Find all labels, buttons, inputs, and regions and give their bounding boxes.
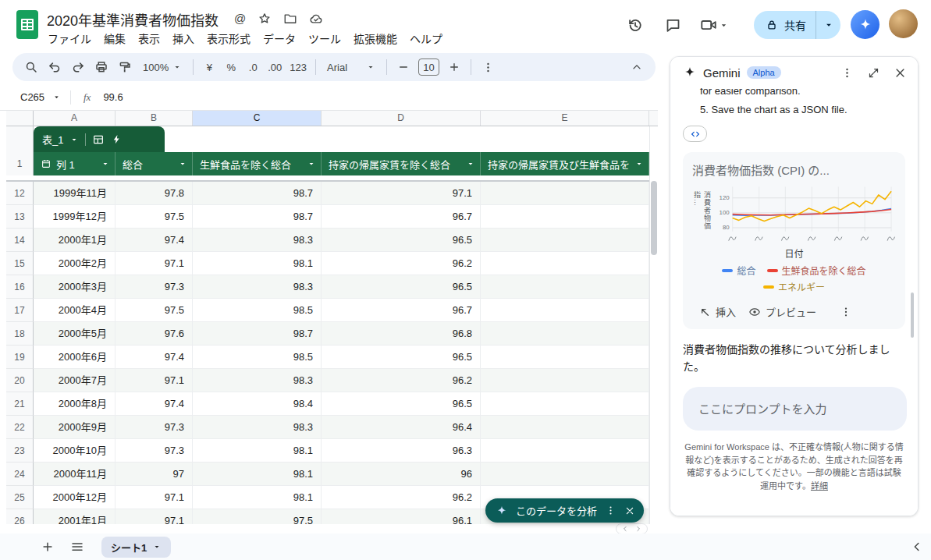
code-toggle-button[interactable] [683,126,707,142]
cell[interactable] [481,439,649,463]
font-size-input[interactable]: 10 [418,58,439,76]
cell[interactable]: 2000年11月 [34,463,115,486]
cell[interactable]: 97.1 [115,369,193,392]
row-number[interactable]: 23 [6,439,34,463]
cell[interactable]: 97.3 [115,275,193,299]
cell[interactable]: 97.1 [322,182,481,205]
menu-item[interactable]: ファイル [41,27,98,49]
sheets-logo[interactable] [16,10,38,39]
row-number[interactable]: 24 [6,463,34,486]
cell[interactable]: 96.5 [322,346,481,369]
decrease-font-size-button[interactable] [393,56,414,78]
avatar[interactable] [889,9,918,38]
cell[interactable]: 97.1 [115,252,193,275]
menu-item[interactable]: 編集 [98,27,132,49]
cell[interactable]: 97.3 [115,416,193,439]
cell[interactable]: 96.2 [322,369,481,392]
cell[interactable]: 98.5 [193,346,322,369]
panel-scrollbar[interactable] [911,292,914,338]
zoom-select[interactable]: 100% [137,56,187,78]
row-number[interactable]: 17 [6,299,34,322]
cell[interactable] [481,252,649,275]
cell[interactable]: 96.1 [322,509,481,524]
table-header-cell[interactable]: 総合 [115,152,193,175]
column-header-E[interactable]: E [481,111,649,126]
cell[interactable]: 96.4 [322,416,481,439]
menu-item[interactable]: 拡張機能 [347,27,403,49]
cell[interactable]: 98.3 [193,416,322,439]
mention-icon[interactable]: @ [234,12,246,26]
cell[interactable]: 97.4 [115,346,193,369]
cell[interactable]: 96.7 [322,205,481,229]
cell[interactable] [481,463,649,486]
menu-item[interactable]: 挿入 [166,27,201,49]
menu-item[interactable]: 表示 [132,27,166,49]
cell[interactable]: 97.1 [115,509,193,524]
cell[interactable] [481,416,649,439]
chevron-right-icon[interactable] [634,525,642,533]
row-number[interactable]: 12 [6,182,34,205]
cell[interactable]: 1999年12月 [34,205,115,229]
cell[interactable]: 98.3 [193,229,322,252]
panel-expand-button[interactable] [863,62,883,83]
preview-chart-button[interactable]: プレビュー [742,300,823,323]
row-number[interactable]: 15 [6,252,34,275]
table-grid-icon[interactable] [92,133,105,146]
cell[interactable]: 97.8 [115,182,193,205]
row-number[interactable]: 19 [6,346,34,369]
collapse-panel-button[interactable] [907,537,927,557]
column-header-B[interactable]: B [115,111,193,126]
cell[interactable]: 97.1 [115,486,193,509]
cell[interactable]: 97.5 [115,299,193,322]
cell[interactable]: 98.5 [193,299,322,322]
row-number[interactable]: 26 [6,509,34,524]
insert-chart-button[interactable]: 挿入 [692,300,742,323]
cell[interactable]: 97.5 [115,205,193,229]
cell[interactable] [481,229,649,252]
menu-item[interactable]: ツール [302,27,347,49]
share-dropdown-button[interactable] [816,11,840,39]
column-header-D[interactable]: D [322,111,481,126]
menu-item[interactable]: データ [257,27,302,49]
cell[interactable] [481,322,649,346]
vertical-scrollbar[interactable] [649,126,658,524]
cell[interactable]: 96.5 [322,229,481,252]
name-box[interactable]: C265 [0,91,67,103]
row-number[interactable]: 20 [6,369,34,392]
cell[interactable]: 2000年5月 [34,322,115,346]
horizontal-scroll-control[interactable] [616,523,648,534]
cell[interactable]: 97 [115,463,193,486]
share-button[interactable]: 共有 [754,11,840,39]
cell[interactable]: 2000年6月 [34,346,115,369]
row-number[interactable]: 25 [6,486,34,509]
cell[interactable]: 98.7 [193,182,322,205]
row-number[interactable]: 21 [6,392,34,416]
toolbar-more-button[interactable] [477,56,499,78]
cell[interactable]: 98.1 [193,439,322,463]
cell[interactable]: 1999年11月 [34,182,115,205]
table-header-cell[interactable]: 持家の帰属家賃及び生鮮食品を除く総合 [481,152,649,175]
table-header-cell[interactable]: 生鮮食品を除く総合 [193,152,322,175]
cell[interactable]: 97.5 [193,509,322,524]
bolt-icon[interactable] [111,133,123,145]
increase-font-size-button[interactable] [443,56,465,78]
cell[interactable]: 96.2 [322,252,481,275]
select-all-corner[interactable] [6,111,34,126]
close-icon[interactable] [624,505,635,516]
percent-format-button[interactable]: % [221,56,241,78]
chevron-left-icon[interactable] [621,525,629,533]
cell[interactable]: 98.1 [193,252,322,275]
cell[interactable]: 2000年2月 [34,252,115,275]
analyze-data-chip[interactable]: このデータを分析 [485,498,644,523]
font-select[interactable]: Arial [322,56,381,78]
cell[interactable] [481,205,649,229]
cell[interactable]: 2000年7月 [34,369,115,392]
decrease-decimal-button[interactable]: .0 [243,56,263,78]
cell[interactable]: 98.4 [193,392,322,416]
cell[interactable]: 97.4 [115,392,193,416]
print-button[interactable] [91,56,112,78]
cell[interactable] [481,299,649,322]
move-folder-icon[interactable] [283,12,297,26]
search-button[interactable] [20,56,42,78]
row-number[interactable]: 1 [6,152,34,175]
